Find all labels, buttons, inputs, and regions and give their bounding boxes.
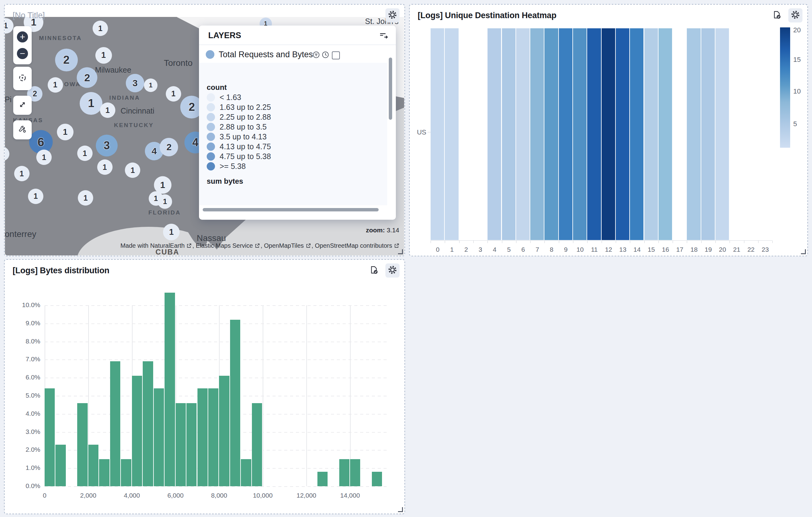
histogram-bar[interactable] xyxy=(99,459,110,486)
attribution-link[interactable]: Elastic Maps Service xyxy=(196,242,253,249)
layer-row[interactable]: Total Requests and Bytes xyxy=(199,47,396,62)
legend-color-dot xyxy=(207,142,215,151)
heatmap-cell[interactable] xyxy=(502,28,516,240)
heatmap-tick xyxy=(630,241,630,243)
cluster-marker[interactable]: 3 xyxy=(126,74,144,92)
heatmap-cell[interactable] xyxy=(730,28,744,240)
heatmap-cell[interactable] xyxy=(587,28,601,240)
map-place-label: MINNESOTA xyxy=(39,35,82,42)
set-view-button[interactable] xyxy=(13,67,32,90)
heatmap-cell[interactable] xyxy=(431,28,445,240)
cluster-marker[interactable]: 1 xyxy=(158,194,172,209)
cluster-marker[interactable]: 3 xyxy=(96,135,117,156)
layer-filter-icon[interactable] xyxy=(312,51,320,59)
histogram-bar[interactable] xyxy=(350,459,361,486)
cluster-marker[interactable]: 1 xyxy=(48,77,63,92)
cluster-marker[interactable]: 1 xyxy=(93,21,108,36)
collapse-layers-icon[interactable] xyxy=(379,30,388,40)
zoom-in-button[interactable]: + xyxy=(17,31,28,43)
cluster-marker[interactable]: 1 xyxy=(97,159,113,175)
histogram-bar[interactable] xyxy=(77,403,88,486)
heatmap-library-button[interactable] xyxy=(770,8,784,23)
heatmap-cell[interactable] xyxy=(659,28,673,240)
heatmap-cell[interactable] xyxy=(530,28,544,240)
heatmap-cell[interactable] xyxy=(744,28,758,240)
panel-resize-handle[interactable] xyxy=(398,507,403,512)
cluster-marker[interactable]: 1 xyxy=(80,92,103,115)
attribution-link[interactable]: NaturalEarth xyxy=(150,242,184,249)
histogram-bar[interactable] xyxy=(143,361,153,486)
map-panel-settings-button[interactable] xyxy=(385,8,400,23)
cluster-marker[interactable]: 1 xyxy=(166,86,181,102)
histogram-bar[interactable] xyxy=(219,376,230,486)
cluster-marker[interactable]: 1 xyxy=(144,79,157,92)
heatmap-cell[interactable] xyxy=(758,28,772,240)
histogram-bar[interactable] xyxy=(110,361,121,486)
heatmap-cell[interactable] xyxy=(687,28,701,240)
popup-horizontal-scrollbar[interactable] xyxy=(203,208,379,211)
heatmap-cell[interactable] xyxy=(701,28,716,240)
panel-resize-handle[interactable] xyxy=(801,249,806,254)
cluster-marker[interactable]: 1 xyxy=(77,145,93,161)
histogram-bar[interactable] xyxy=(208,388,219,486)
heatmap-cell[interactable] xyxy=(445,28,459,240)
histogram-bar[interactable] xyxy=(165,293,175,486)
histogram-bar[interactable] xyxy=(252,403,263,486)
heatmap-cell[interactable] xyxy=(602,28,616,240)
heatmap-cell[interactable] xyxy=(644,28,659,240)
cluster-marker[interactable]: 1 xyxy=(5,18,13,33)
bytes-settings-button[interactable] xyxy=(385,264,400,278)
heatmap-settings-button[interactable] xyxy=(788,8,803,23)
heatmap-cell[interactable] xyxy=(459,28,473,240)
cluster-marker[interactable]: 1 xyxy=(125,162,140,178)
heatmap-cell[interactable] xyxy=(516,28,530,240)
cluster-marker[interactable]: 2 xyxy=(160,138,178,156)
zoom-out-button[interactable]: − xyxy=(17,48,28,59)
histogram-bar[interactable] xyxy=(88,445,99,486)
histogram-bar[interactable] xyxy=(198,388,208,486)
cluster-marker[interactable]: 2 xyxy=(55,49,78,72)
cluster-marker[interactable]: 2 xyxy=(77,67,97,88)
heatmap-cell[interactable] xyxy=(544,28,558,240)
cluster-marker[interactable]: 1 xyxy=(163,224,180,240)
panel-resize-handle[interactable] xyxy=(398,249,403,254)
cluster-marker[interactable]: 1 xyxy=(36,149,52,165)
histogram-bar[interactable] xyxy=(186,403,197,486)
histogram-bar[interactable] xyxy=(55,445,66,486)
heatmap-cell[interactable] xyxy=(473,28,488,240)
cluster-marker[interactable]: 1 xyxy=(14,166,30,181)
histogram-bar[interactable] xyxy=(176,403,186,486)
cluster-marker[interactable]: 1 xyxy=(28,189,44,204)
layer-time-icon[interactable] xyxy=(321,51,329,59)
fit-to-data-button[interactable] xyxy=(13,96,32,115)
attribution-link[interactable]: OpenStreetMap contributors xyxy=(315,242,392,249)
popup-vertical-scrollbar[interactable] xyxy=(389,58,392,120)
cluster-marker[interactable]: 1 xyxy=(95,47,112,64)
histogram-y-tick-label: 0.0% xyxy=(12,482,40,490)
histogram-bar[interactable] xyxy=(121,459,132,486)
heatmap-cell[interactable] xyxy=(573,28,587,240)
heatmap-cell[interactable] xyxy=(630,28,644,240)
cluster-marker[interactable]: 1 xyxy=(5,146,9,161)
histogram-bar[interactable] xyxy=(45,388,55,486)
histogram-bar[interactable] xyxy=(132,376,143,486)
attribution-link[interactable]: OpenMapTiles xyxy=(264,242,303,249)
cluster-marker[interactable]: 1 xyxy=(78,190,93,206)
bytes-library-button[interactable] xyxy=(367,264,381,278)
heatmap-cell[interactable] xyxy=(673,28,687,240)
heatmap-cell[interactable] xyxy=(616,28,630,240)
cluster-marker[interactable]: 1 xyxy=(100,103,115,118)
histogram-bar[interactable] xyxy=(339,459,350,486)
histogram-bar[interactable] xyxy=(317,472,328,486)
heatmap-cell[interactable] xyxy=(559,28,573,240)
histogram-bar[interactable] xyxy=(154,388,165,486)
cluster-marker[interactable]: 1 xyxy=(57,124,74,140)
map-place-label: Nassau xyxy=(197,233,226,243)
heatmap-cell[interactable] xyxy=(716,28,730,240)
layer-visibility-checkbox[interactable] xyxy=(332,51,340,59)
histogram-bar[interactable] xyxy=(241,459,252,486)
histogram-bar[interactable] xyxy=(230,320,241,486)
map-tools-button[interactable] xyxy=(13,120,32,139)
heatmap-cell[interactable] xyxy=(488,28,502,240)
histogram-bar[interactable] xyxy=(372,472,383,486)
